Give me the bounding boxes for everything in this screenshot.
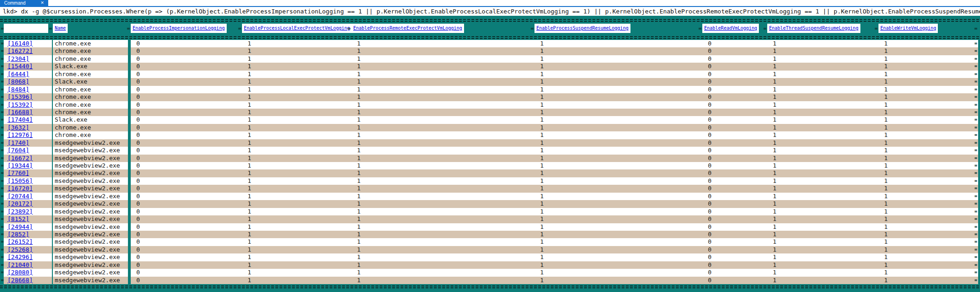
pid-link[interactable]: [19344] bbox=[7, 162, 33, 169]
cell-divider-glyph: - bbox=[702, 55, 703, 63]
close-icon[interactable]: ✕ bbox=[40, 0, 44, 6]
column-header-EnableProcessImpersonationLogging[interactable]: EnableProcessImpersonationLogging bbox=[131, 24, 227, 33]
value-cell: 0- bbox=[702, 101, 768, 109]
pid-link[interactable]: [26152] bbox=[7, 238, 33, 245]
cell-divider-glyph: - bbox=[878, 131, 879, 139]
cell-divider-glyph: - bbox=[535, 277, 535, 284]
pid-link[interactable]: [28668] bbox=[7, 277, 33, 284]
tab-command[interactable]: Command ✕ bbox=[0, 0, 48, 6]
cell-divider-glyph: - bbox=[878, 238, 879, 246]
value-cell: 1- bbox=[242, 93, 352, 101]
row-right-edge-glyph: = bbox=[973, 109, 979, 116]
process-name-cell: chrome.exe- bbox=[53, 131, 128, 139]
pid-link[interactable]: [25268] bbox=[7, 246, 33, 253]
pid-link[interactable]: [2852] bbox=[7, 231, 29, 238]
pid-link[interactable]: [15396] bbox=[7, 93, 33, 100]
column-header-EnableProcessRemoteExecProtectVmLogging[interactable]: EnableProcessRemoteExecProtectVmLogging bbox=[351, 24, 464, 33]
pid-link[interactable]: [15056] bbox=[7, 177, 33, 184]
pid-link[interactable]: [8068] bbox=[7, 78, 29, 85]
column-header-EnableProcessSuspendResumeLogging[interactable]: EnableProcessSuspendResumeLogging bbox=[535, 24, 630, 33]
column-sort-link[interactable]: EnableWriteVmLogging bbox=[880, 26, 936, 31]
cell-divider-glyph: - bbox=[878, 193, 879, 200]
column-header-pid bbox=[4, 24, 48, 33]
row-left-edge-glyph: = bbox=[0, 131, 6, 139]
cell-divider-glyph: - bbox=[702, 246, 703, 253]
pid-cell: [15056] bbox=[4, 177, 52, 185]
cell-divider-glyph: - bbox=[767, 55, 768, 63]
cell-divider-glyph: - bbox=[242, 215, 242, 223]
column-sort-link[interactable]: EnableProcessSuspendResumeLogging bbox=[536, 26, 629, 31]
pid-link[interactable]: [21040] bbox=[7, 261, 33, 268]
pid-link[interactable]: [15440] bbox=[7, 63, 33, 70]
process-name-cell: Slack.exe- bbox=[53, 78, 128, 85]
row-left-edge-glyph: = bbox=[0, 116, 6, 123]
pid-link[interactable]: [16272] bbox=[7, 47, 33, 54]
value-cell: 1- bbox=[535, 55, 703, 63]
value-cell: 1- bbox=[878, 116, 978, 123]
row-right-edge-glyph: = bbox=[973, 200, 979, 208]
column-header-EnableThreadSuspendResumeLogging[interactable]: EnableThreadSuspendResumeLogging bbox=[767, 24, 860, 33]
process-name-cell: msedgewebview2.exe- bbox=[53, 193, 128, 200]
column-header-EnableWriteVmLogging[interactable]: EnableWriteVmLogging bbox=[878, 24, 938, 33]
pid-link[interactable]: [24944] bbox=[7, 223, 33, 230]
pid-link[interactable]: [28080] bbox=[7, 269, 33, 276]
cell-divider-glyph: - bbox=[702, 63, 703, 70]
cell-divider-glyph: - bbox=[242, 63, 242, 70]
value-cell: 1- bbox=[878, 253, 978, 261]
pid-link[interactable]: [16672] bbox=[7, 155, 33, 162]
header-divider-glyph: = bbox=[530, 24, 535, 33]
pid-link[interactable]: [7760] bbox=[7, 169, 29, 176]
pid-link[interactable]: [6444] bbox=[7, 71, 29, 78]
cell-divider-glyph: - bbox=[767, 246, 768, 253]
pid-link[interactable]: [23892] bbox=[7, 208, 33, 215]
cell-divider-glyph: - bbox=[351, 223, 352, 231]
column-header-EnableReadVmLogging[interactable]: EnableReadVmLogging bbox=[702, 24, 759, 33]
cell-divider-glyph: - bbox=[351, 139, 352, 147]
pid-cell: [24296] bbox=[4, 253, 52, 261]
value-cell: 1- bbox=[878, 208, 978, 215]
pid-link[interactable]: [16720] bbox=[7, 185, 33, 192]
row-left-edge-glyph: = bbox=[0, 185, 6, 192]
cell-divider-glyph: - bbox=[242, 131, 242, 139]
value-cell: 1- bbox=[767, 185, 879, 192]
cell-divider-glyph: - bbox=[878, 116, 879, 123]
cell-divider-glyph: - bbox=[53, 177, 53, 185]
pid-link[interactable]: [24296] bbox=[7, 253, 33, 260]
column-sort-link[interactable]: EnableProcessLocalExecProtectVmLogging bbox=[244, 26, 350, 31]
pid-link[interactable]: [7604] bbox=[7, 147, 29, 154]
pid-link[interactable]: [3632] bbox=[7, 124, 29, 131]
pid-link[interactable]: [2304] bbox=[7, 55, 29, 62]
pid-link[interactable]: [20744] bbox=[7, 193, 33, 200]
column-sort-link[interactable]: Name bbox=[55, 26, 66, 31]
cell-divider-glyph: - bbox=[767, 185, 768, 192]
row-right-edge-glyph: = bbox=[973, 40, 979, 47]
pid-link[interactable]: [17404] bbox=[7, 116, 33, 123]
cell-divider-glyph: - bbox=[351, 169, 352, 177]
value-cell: 1- bbox=[878, 155, 978, 162]
pid-link[interactable]: [8484] bbox=[7, 86, 29, 93]
value-cell: 1- bbox=[767, 47, 879, 55]
column-sort-link[interactable]: EnableProcessRemoteExecProtectVmLogging bbox=[353, 26, 462, 31]
pid-link[interactable]: [20172] bbox=[7, 200, 33, 207]
cell-divider-glyph: - bbox=[535, 208, 535, 215]
column-header-Name[interactable]: Name bbox=[53, 24, 68, 33]
pid-link[interactable]: [8152] bbox=[7, 215, 29, 222]
row-left-edge-glyph: = bbox=[0, 200, 6, 208]
cell-divider-glyph: - bbox=[878, 78, 879, 85]
row-left-edge-glyph: = bbox=[0, 93, 6, 101]
pid-link[interactable]: [16140] bbox=[7, 40, 33, 47]
cell-divider-glyph: - bbox=[131, 124, 131, 131]
cell-divider-glyph: - bbox=[702, 93, 703, 101]
value-cell: 1- bbox=[351, 193, 535, 200]
value-cell: 1- bbox=[351, 109, 535, 116]
cell-divider-glyph: - bbox=[535, 246, 535, 253]
pid-link[interactable]: [12976] bbox=[7, 131, 33, 138]
column-sort-link[interactable]: EnableProcessImpersonationLogging bbox=[133, 26, 225, 31]
pid-link[interactable]: [1740] bbox=[7, 139, 29, 146]
pid-link[interactable]: [15392] bbox=[7, 101, 33, 108]
column-header-EnableProcessLocalExecProtectVmLogging[interactable]: EnableProcessLocalExecProtectVmLogging bbox=[242, 24, 352, 33]
column-sort-link[interactable]: EnableThreadSuspendResumeLogging bbox=[769, 26, 859, 31]
value-cell: 0- bbox=[131, 185, 243, 192]
column-sort-link[interactable]: EnableReadVmLogging bbox=[704, 26, 757, 31]
pid-link[interactable]: [16688] bbox=[7, 109, 33, 116]
